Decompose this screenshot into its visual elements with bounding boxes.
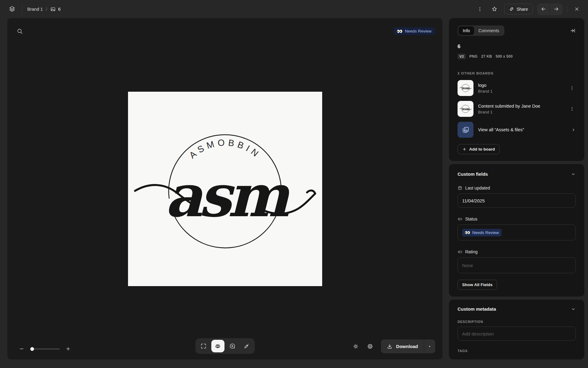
rating-label-row: Rating [458, 249, 576, 254]
chevron-down-icon [571, 307, 576, 312]
sidebar-tabs: Info Comments [458, 25, 504, 36]
custom-metadata-header[interactable]: Custom metadata [458, 306, 576, 312]
magic-edit-button[interactable] [240, 340, 253, 352]
zoom-in-button[interactable] [66, 346, 71, 351]
board-item-menu-button[interactable] [568, 105, 576, 113]
board-item-menu-button[interactable] [568, 84, 576, 92]
tab-info[interactable]: Info [458, 26, 474, 35]
board-item-title: logo [478, 83, 564, 88]
download-icon [387, 343, 393, 349]
board-item-title: Content submitted by Jane Doe [478, 104, 564, 109]
view-all-label: View all “Assets & files” [478, 127, 567, 132]
gear-icon [367, 343, 373, 350]
show-all-fields-label: Show All Fields [462, 282, 492, 287]
previous-asset-button[interactable] [537, 3, 550, 15]
arrow-left-icon [541, 6, 546, 12]
more-options-button[interactable] [475, 4, 485, 14]
add-comment-button[interactable] [226, 340, 239, 352]
custom-fields-header[interactable]: Custom fields [458, 171, 576, 177]
chevron-right-icon [571, 128, 576, 132]
calendar-icon [458, 186, 462, 190]
board-item-subtitle: Brand 1 [478, 110, 564, 114]
view-toolbar [195, 338, 255, 354]
top-bar-right: Share [475, 3, 582, 15]
collapse-panel-button[interactable] [570, 28, 576, 34]
logo-script-text: asm [165, 161, 290, 230]
download-options-button[interactable] [424, 339, 435, 353]
status-chip[interactable]: Needs Review [462, 229, 502, 236]
star-icon [491, 6, 498, 12]
show-all-fields-button[interactable]: Show All Fields [458, 280, 497, 290]
sidebar-tabs-row: Info Comments [458, 25, 576, 36]
board-item[interactable]: asm logo Brand 1 [458, 80, 576, 96]
custom-fields-title: Custom fields [458, 171, 488, 177]
last-updated-value: 11/04/2025 [462, 198, 485, 203]
caret-down-icon [428, 344, 432, 349]
status-badge[interactable]: Needs Review [394, 27, 435, 35]
layers-icon [9, 6, 16, 13]
add-to-board-button[interactable]: Add to board [458, 144, 499, 154]
breadcrumb-asset: 6 [50, 6, 61, 12]
breadcrumb-separator: / [46, 7, 47, 12]
zoom-slider[interactable] [30, 348, 60, 350]
file-format: PNG [469, 54, 478, 59]
last-updated-label-row: Last updated [458, 186, 576, 190]
board-item-texts: Content submitted by Jane Doe Brand 1 [478, 104, 564, 114]
next-asset-button[interactable] [550, 3, 563, 15]
info-card: Info Comments 6 V2 PNG 27 KB 500 x 500 [449, 18, 584, 161]
tab-comments[interactable]: Comments [474, 26, 503, 35]
download-split-button: Download [381, 339, 435, 353]
chevron-down-icon [571, 172, 576, 177]
download-button[interactable]: Download [381, 339, 424, 353]
version-badge[interactable]: V2 [458, 54, 466, 59]
custom-metadata-card: Custom metadata DESCRIPTION Add descript… [449, 300, 584, 359]
sun-icon [352, 343, 359, 350]
status-field[interactable]: Needs Review [458, 224, 576, 240]
zoom-slider-thumb[interactable] [30, 347, 34, 351]
link-icon [509, 6, 514, 12]
photos-icon [458, 122, 473, 138]
view-all-assets-row[interactable]: View all “Assets & files” [458, 122, 576, 138]
close-button[interactable] [571, 4, 582, 14]
zoom-out-button[interactable] [19, 346, 24, 351]
preview-mode-button[interactable] [211, 340, 224, 352]
status-badge-label: Needs Review [405, 29, 432, 33]
search-button[interactable] [15, 26, 25, 36]
search-icon [17, 28, 23, 35]
eyes-icon [397, 29, 402, 33]
last-updated-field[interactable]: 11/04/2025 [458, 194, 576, 208]
zoom-controls [19, 346, 71, 351]
canvas-actions: Download [350, 339, 435, 353]
kebab-icon [570, 106, 575, 111]
asset-image: ASMOBBIN asm [128, 92, 322, 286]
favorite-button[interactable] [489, 4, 500, 14]
rating-field[interactable]: None [458, 257, 576, 273]
app-logo-button[interactable] [7, 4, 17, 14]
select-field-icon [458, 249, 462, 254]
description-label: DESCRIPTION [458, 320, 576, 324]
custom-metadata-title: Custom metadata [458, 306, 496, 312]
expand-icon [200, 343, 207, 349]
share-label: Share [517, 7, 528, 12]
settings-button[interactable] [364, 341, 376, 352]
other-boards-header: 2 OTHER BOARDS [458, 71, 576, 75]
rating-placeholder: None [462, 263, 473, 268]
top-bar-separator [567, 6, 567, 12]
share-button[interactable]: Share [504, 4, 533, 14]
content: Needs Review ASMOBBIN asm [0, 18, 588, 364]
breadcrumb-board-link[interactable]: Brand 1 [27, 7, 43, 12]
custom-fields-card: Custom fields Last updated 11/04/2025 [449, 164, 584, 297]
kebab-icon [477, 6, 483, 12]
fullscreen-button[interactable] [197, 340, 210, 352]
last-updated-label: Last updated [465, 186, 490, 190]
board-item[interactable]: asm Content submitted by Jane Doe Brand … [458, 101, 576, 117]
collapse-right-icon [570, 28, 576, 34]
description-field[interactable]: Add description [458, 327, 576, 341]
eyes-icon [465, 231, 470, 234]
brightness-button[interactable] [350, 341, 361, 352]
status-label: Status [465, 217, 477, 221]
top-bar: Brand 1 / 6 [0, 0, 588, 18]
asset-title: 6 [458, 44, 576, 50]
breadcrumb-asset-name: 6 [58, 7, 61, 12]
top-bar-divider [22, 4, 22, 15]
